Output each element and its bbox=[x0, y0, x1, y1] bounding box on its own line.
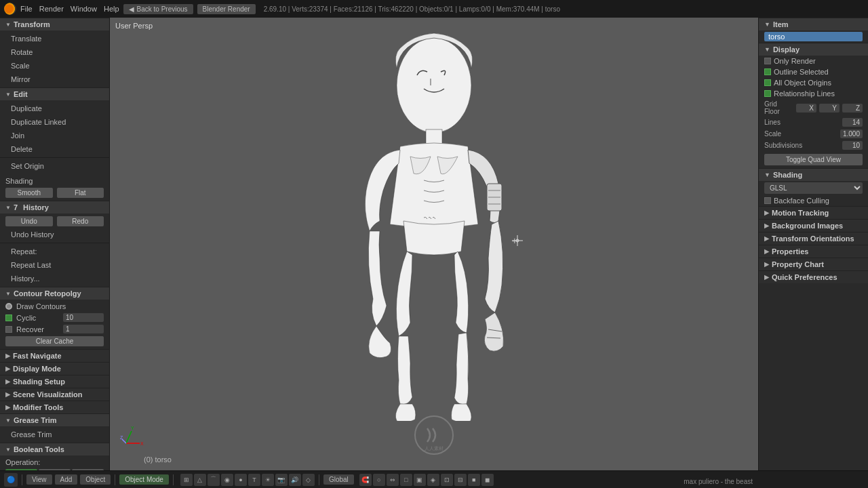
display-mode-header[interactable]: ▶ Display Mode bbox=[0, 362, 109, 375]
repeat-last-item[interactable]: Repeat Last bbox=[0, 258, 109, 272]
rendered-icon[interactable]: ◼ bbox=[481, 474, 494, 486]
grid-x[interactable]: X bbox=[796, 104, 816, 113]
camera-icon[interactable]: 📷 bbox=[275, 474, 288, 486]
grid-z[interactable]: Z bbox=[842, 104, 863, 113]
overlay-icon[interactable]: ◈ bbox=[427, 474, 439, 486]
speaker-icon[interactable]: 🔊 bbox=[289, 474, 301, 486]
redo-button[interactable]: Redo bbox=[57, 216, 104, 226]
quick-preferences-header[interactable]: ▶ Quick Preferences bbox=[759, 270, 868, 283]
scale-value[interactable]: 1.000 bbox=[840, 129, 863, 138]
vertex-co-input[interactable] bbox=[63, 313, 104, 322]
outline-selected-row[interactable]: Outline Selected bbox=[759, 66, 868, 77]
edit-section-header[interactable]: ▼ Edit bbox=[0, 87, 109, 100]
svg-point-0 bbox=[397, 38, 471, 133]
flat-button[interactable]: Flat bbox=[57, 188, 104, 198]
backface-culling-row[interactable]: Backface Culling bbox=[759, 195, 868, 206]
smooth-button[interactable]: Smooth bbox=[5, 188, 53, 198]
backface-culling-checkbox[interactable] bbox=[764, 197, 771, 204]
delete-item[interactable]: Delete bbox=[0, 142, 109, 156]
recover-checkbox[interactable] bbox=[5, 326, 12, 333]
property-chart-header[interactable]: ▶ Property Chart bbox=[759, 258, 868, 270]
scale-item[interactable]: Scale bbox=[0, 59, 109, 73]
transform-orientations-header[interactable]: ▶ Transform Orientations bbox=[759, 232, 868, 245]
subdivisions-value[interactable]: 10 bbox=[842, 141, 863, 150]
properties-header[interactable]: ▶ Properties bbox=[759, 245, 868, 258]
grease-trim-header[interactable]: ▼ Grease Trim bbox=[0, 413, 109, 426]
add-menu-button[interactable]: Add bbox=[55, 474, 78, 485]
grid-y[interactable]: Y bbox=[819, 104, 840, 113]
outline-selected-checkbox[interactable] bbox=[764, 68, 771, 75]
clear-cache-button[interactable]: Clear Cache bbox=[5, 336, 104, 346]
view-menu-button[interactable]: View bbox=[26, 474, 52, 485]
history-section-header[interactable]: ▼ 7 History bbox=[0, 201, 109, 214]
lines-value[interactable]: 14 bbox=[842, 118, 863, 127]
proportional-icon[interactable]: ○ bbox=[373, 474, 385, 486]
set-origin-item[interactable]: Set Origin bbox=[0, 159, 109, 173]
empty-icon[interactable]: ◇ bbox=[302, 474, 315, 486]
draw-contours-radio[interactable] bbox=[5, 303, 12, 310]
snap-icon[interactable]: 🧲 bbox=[359, 474, 372, 486]
back-button[interactable]: ◀ Back to Previous bbox=[123, 4, 193, 14]
relationship-lines-checkbox[interactable] bbox=[764, 90, 771, 97]
surface-icon[interactable]: ◉ bbox=[221, 474, 233, 486]
glsl-select[interactable]: GLSL bbox=[764, 182, 863, 194]
global-button[interactable]: Global bbox=[323, 474, 354, 485]
all-object-origins-row[interactable]: All Object Origins bbox=[759, 77, 868, 88]
history-item[interactable]: History... bbox=[0, 272, 109, 285]
rotate-item[interactable]: Rotate bbox=[0, 45, 109, 59]
duplicate-item[interactable]: Duplicate bbox=[0, 102, 109, 115]
relationship-lines-row[interactable]: Relationship Lines bbox=[759, 88, 868, 99]
motion-tracking-header[interactable]: ▶ Motion Tracking bbox=[759, 206, 868, 219]
all-origins-checkbox[interactable] bbox=[764, 79, 771, 86]
camera-view-icon[interactable]: ▣ bbox=[414, 474, 426, 486]
draw-contours-row: Draw Contours bbox=[0, 301, 109, 312]
item-section-header[interactable]: ▼ Item bbox=[759, 18, 868, 30]
contour-section-header[interactable]: ▼ Contour Retopolgy bbox=[0, 287, 109, 300]
only-render-row[interactable]: Only Render bbox=[759, 56, 868, 66]
scene-viz-header[interactable]: ▶ Scene Visualization bbox=[0, 388, 109, 401]
mirror-item[interactable]: Mirror bbox=[0, 73, 109, 86]
mesh-icon[interactable]: △ bbox=[194, 474, 206, 486]
shading-section-header-right[interactable]: ▼ Shading bbox=[759, 168, 868, 181]
viewport[interactable]: User Persp bbox=[110, 18, 758, 470]
transform-section-header[interactable]: ▼ Transform bbox=[0, 18, 109, 30]
menu-help[interactable]: Help bbox=[104, 5, 119, 13]
duplicate-linked-item[interactable]: Duplicate Linked bbox=[0, 115, 109, 129]
translate-item[interactable]: Translate bbox=[0, 32, 109, 45]
item-section-title: Item bbox=[773, 20, 789, 28]
boolean-tools-header[interactable]: ▼ Boolean Tools bbox=[0, 443, 109, 455]
display-section-header[interactable]: ▼ Display bbox=[759, 43, 868, 56]
undo-history-item[interactable]: Undo History bbox=[0, 228, 109, 241]
grid-icon[interactable]: ⊞ bbox=[180, 474, 193, 486]
background-images-title: Background Images bbox=[772, 222, 843, 230]
fast-navigate-header[interactable]: ▶ Fast Navigate bbox=[0, 349, 109, 362]
only-render-checkbox[interactable] bbox=[764, 58, 771, 64]
object-mode-button[interactable]: Object Mode bbox=[119, 474, 169, 485]
menu-file[interactable]: File bbox=[20, 5, 33, 13]
xray-icon[interactable]: ⊡ bbox=[441, 474, 453, 486]
menu-render[interactable]: Render bbox=[39, 5, 64, 13]
undo-button[interactable]: Undo bbox=[5, 216, 53, 226]
text-icon[interactable]: T bbox=[248, 474, 260, 486]
render-mode-icon[interactable]: □ bbox=[400, 474, 412, 486]
join-item[interactable]: Join bbox=[0, 129, 109, 142]
menu-window[interactable]: Window bbox=[71, 5, 97, 13]
modifier-tools-header[interactable]: ▶ Modifier Tools bbox=[0, 401, 109, 413]
shading-setup-header[interactable]: ▶ Shading Setup bbox=[0, 375, 109, 388]
cyclic-checkbox[interactable] bbox=[5, 314, 12, 321]
object-menu-button[interactable]: Object bbox=[80, 474, 111, 485]
cyclic-row: Cyclic bbox=[0, 312, 109, 323]
lamp-icon[interactable]: ☀ bbox=[262, 474, 274, 486]
background-images-header[interactable]: ▶ Background Images bbox=[759, 219, 868, 232]
toggle-quad-view-button[interactable]: Toggle Quad View bbox=[764, 154, 863, 165]
meta-icon[interactable]: ● bbox=[235, 474, 247, 486]
wireframe-icon[interactable]: ⊟ bbox=[454, 474, 467, 486]
blender-icon-bottom[interactable]: 🔵 bbox=[4, 473, 18, 487]
item-value[interactable]: torso bbox=[764, 32, 863, 41]
mirror-icon[interactable]: ⇔ bbox=[387, 474, 399, 486]
solid-icon[interactable]: ■ bbox=[468, 474, 480, 486]
curve-icon[interactable]: ⌒ bbox=[208, 474, 220, 486]
recover-cl-input[interactable] bbox=[63, 325, 104, 333]
topbar: File Render Window Help ◀ Back to Previo… bbox=[0, 0, 868, 18]
grease-trim-item[interactable]: Grease Trim bbox=[0, 428, 109, 441]
